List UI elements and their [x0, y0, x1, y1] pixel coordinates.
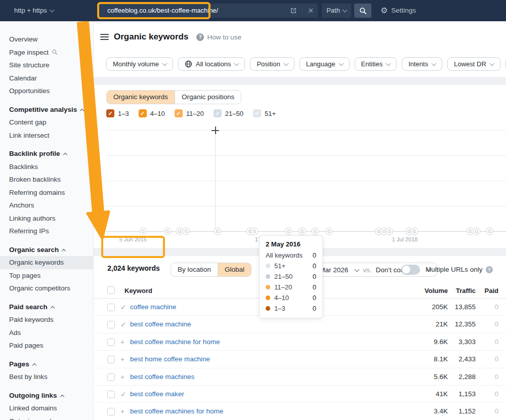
row-checkbox[interactable] — [107, 339, 115, 346]
sidebar-item-paid-pages[interactable]: Paid pages — [0, 339, 93, 352]
filter-chip-lowest-dr[interactable]: Lowest DR — [447, 57, 500, 71]
sidebar-item-organic-competitors[interactable]: Organic competitors — [0, 282, 93, 295]
sidebar-item-broken-backlinks[interactable]: Broken backlinks — [0, 173, 93, 186]
google-update-marker[interactable]: G — [486, 228, 494, 235]
position-range-checkbox[interactable]: ✓51+ — [253, 109, 276, 117]
row-action-icon[interactable]: + — [120, 403, 124, 420]
sidebar-item-paid-keywords[interactable]: Paid keywords — [0, 313, 93, 326]
sidebar-item-backlink-profile[interactable]: Backlink profile — [0, 147, 93, 160]
row-action-icon[interactable]: + — [120, 368, 124, 386]
position-range-label: 4–10 — [150, 110, 165, 117]
traffic-value: 1,153 — [458, 386, 476, 403]
google-update-marker[interactable]: G — [140, 228, 147, 235]
series-label: 51+ — [274, 262, 313, 270]
sidebar-item-anchors[interactable]: Anchors — [0, 199, 93, 212]
filter-chip-language[interactable]: Language — [300, 57, 350, 71]
series-dot-icon — [266, 274, 270, 279]
menu-icon[interactable] — [100, 32, 109, 41]
keyword-link[interactable]: best coffee maker — [130, 386, 184, 403]
row-action-icon[interactable]: + — [120, 333, 124, 351]
google-update-marker[interactable]: G — [386, 228, 394, 235]
how-to-use-link[interactable]: How to use — [207, 33, 241, 41]
filter-chip-position[interactable]: Position — [250, 57, 294, 71]
column-header-traffic[interactable]: Traffic — [456, 287, 476, 295]
keyword-link[interactable]: best coffee machines — [130, 368, 194, 386]
sidebar-item-link-intersect[interactable]: Link intersect — [0, 129, 93, 142]
sidebar-item-outgoing-links[interactable]: Outgoing links — [0, 389, 93, 402]
filter-chip-monthly-volume[interactable]: Monthly volume — [106, 57, 173, 71]
position-range-checkbox[interactable]: ✓4–10 — [139, 109, 165, 117]
sidebar-item-organic-search[interactable]: Organic search — [0, 243, 93, 257]
row-checkbox[interactable] — [107, 408, 115, 415]
tab-global[interactable]: Global — [218, 263, 251, 276]
google-update-marker[interactable]: G — [312, 228, 319, 235]
keyword-link[interactable]: best coffee machine — [130, 316, 191, 333]
row-checkbox[interactable] — [107, 391, 115, 398]
position-range-checkbox[interactable]: ✓1–3 — [106, 109, 129, 117]
sidebar-item-pages[interactable]: Pages — [0, 358, 93, 371]
google-update-marker[interactable]: G — [411, 228, 418, 235]
tab-organic-keywords[interactable]: Organic keywords — [107, 91, 175, 104]
search-button[interactable] — [354, 4, 371, 18]
sidebar-item-competitive-analysis[interactable]: Competitive analysis — [0, 103, 93, 116]
sidebar-item-paid-search[interactable]: Paid search — [0, 301, 93, 314]
position-range-checkbox[interactable]: ✓21–50 — [214, 109, 243, 117]
row-action-icon[interactable]: ✓ — [120, 316, 126, 333]
column-header-keyword[interactable]: Keyword — [124, 287, 152, 295]
google-update-marker[interactable]: G — [285, 228, 292, 235]
google-update-marker[interactable]: G — [325, 228, 333, 235]
tab-organic-positions[interactable]: Organic positions — [175, 91, 241, 104]
keyword-link[interactable]: best home coffee machine — [130, 351, 210, 368]
row-checkbox[interactable] — [107, 356, 115, 363]
sidebar-item-content-gap[interactable]: Content gap — [0, 116, 93, 129]
keyword-link[interactable]: best coffee machine for home — [130, 333, 220, 351]
sidebar-item-organic-keywords[interactable]: Organic keywords — [0, 256, 93, 269]
path-mode-selector[interactable]: Path — [322, 4, 351, 18]
url-input[interactable]: coffeeblog.co.uk/best-coffee-machine/ ✕ — [99, 4, 318, 18]
google-update-marker[interactable]: G — [473, 228, 481, 235]
google-update-marker[interactable]: G — [299, 228, 306, 235]
question-circle-icon[interactable]: ? — [486, 266, 493, 273]
sidebar-item-linked-domains[interactable]: Linked domains — [0, 402, 93, 415]
sidebar-item-site-structure[interactable]: Site structure — [0, 59, 93, 72]
column-header-volume[interactable]: Volume — [425, 287, 448, 295]
protocol-selector[interactable]: http + https — [14, 0, 54, 21]
row-action-icon[interactable]: ✓ — [120, 386, 126, 403]
column-header-paid[interactable]: Paid — [485, 287, 498, 295]
keyword-link[interactable]: best coffee machines for home — [130, 403, 223, 420]
multiple-urls-toggle[interactable] — [401, 265, 420, 275]
sidebar-item-backlinks[interactable]: Backlinks — [0, 160, 93, 174]
google-update-marker[interactable]: G — [251, 228, 259, 235]
sidebar-item-page-inspect[interactable]: Page inspect — [0, 46, 93, 59]
row-checkbox[interactable] — [107, 304, 115, 311]
filter-chip-entities[interactable]: Entities — [355, 57, 397, 71]
settings-button[interactable]: ⚙Settings — [381, 0, 416, 21]
sidebar-item-ads[interactable]: Ads — [0, 326, 93, 340]
filter-chip-all-locations[interactable]: All locations — [178, 57, 245, 71]
row-action-icon[interactable]: ✓ — [120, 299, 126, 316]
sidebar-item-top-pages[interactable]: Top pages — [0, 269, 93, 282]
row-action-icon[interactable]: + — [120, 351, 124, 368]
row-checkbox[interactable] — [107, 373, 115, 381]
sidebar-item-opportunities[interactable]: Opportunities — [0, 85, 93, 98]
google-update-marker[interactable]: G — [183, 228, 190, 235]
row-checkbox[interactable] — [107, 321, 115, 328]
clear-url-icon[interactable]: ✕ — [308, 4, 314, 18]
google-update-marker[interactable]: G — [164, 228, 172, 235]
tab-by-location[interactable]: By location — [171, 263, 218, 276]
sidebar-item-referring-domains[interactable]: Referring domains — [0, 186, 93, 199]
open-external-icon[interactable] — [290, 7, 297, 14]
filter-chip-intents[interactable]: Intents — [402, 57, 442, 71]
sidebar-item-best-by-links[interactable]: Best by links — [0, 370, 93, 384]
keyword-link[interactable]: coffee machine — [130, 299, 176, 316]
sidebar-item-outgoing-anchors[interactable]: Outgoing anchors — [0, 415, 93, 420]
sidebar-item-linking-authors[interactable]: Linking authors — [0, 212, 93, 225]
position-range-checkbox[interactable]: ✓11–20 — [175, 109, 204, 117]
sidebar-item-overview[interactable]: Overview — [0, 33, 93, 46]
filter-chip-label: Monthly volume — [113, 60, 159, 68]
sidebar-item-referring-ips[interactable]: Referring IPs — [0, 225, 93, 238]
question-circle-icon[interactable]: ? — [196, 33, 204, 41]
google-update-marker[interactable]: G — [214, 228, 222, 235]
sidebar-item-calendar[interactable]: Calendar — [0, 72, 93, 85]
select-all-checkbox[interactable] — [107, 286, 115, 294]
